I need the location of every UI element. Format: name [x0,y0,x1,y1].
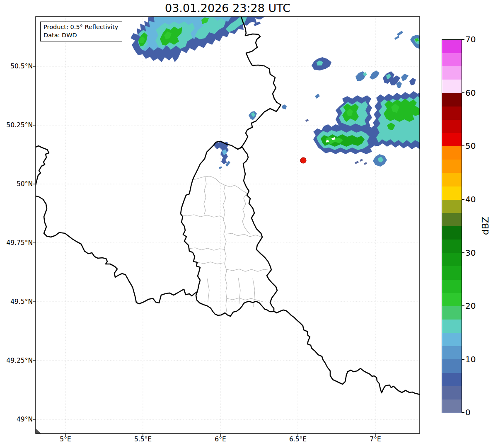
lat-tick-label: 50.5°N [0,62,33,70]
colorbar-tick [462,199,464,200]
lat-tick-label: 49.5°N [0,298,33,306]
colorbar-tick [462,252,464,253]
lat-tick-label: 50°N [0,180,33,188]
colorbar-tick [462,359,464,360]
colorbar-tick-label: 70 [465,34,485,45]
data-source-line: Data: DWD [44,31,118,39]
lon-tick-label: 7°E [359,436,392,443]
colorbar-tick [462,92,464,93]
colorbar [442,39,462,413]
lat-tick-label: 49.25°N [0,356,33,365]
colorbar-tick-label: 60 [465,87,485,98]
colorbar-tick-label: 10 [465,354,485,365]
lon-tick-label: 5.5°E [126,436,160,443]
radar-figure: 03.01.2026 23:28 UTC Product: 0.5° Refle… [0,0,498,448]
colorbar-tick [462,39,464,40]
colorbar-tick-label: 40 [465,194,485,205]
lon-tick-label: 6.5°E [281,436,314,443]
colorbar-tick [462,145,464,146]
colorbar-tick-label: 0 [465,407,485,418]
lat-tick-label: 49°N [0,415,33,424]
colorbar-unit-label: dBZ [480,211,491,241]
lon-tick-label: 6°E [204,436,237,443]
colorbar-tick [462,412,464,413]
radar-echoes [131,17,420,169]
colorbar-tick-label: 20 [465,300,485,311]
info-box: Product: 0.5° Reflectivity Data: DWD [40,22,122,41]
colorbar-tick-label: 50 [465,140,485,151]
lat-tick-label: 50.25°N [0,121,33,129]
colorbar-tick [462,305,464,306]
radar-map [0,0,498,448]
product-line: Product: 0.5° Reflectivity [44,23,118,31]
location-marker [300,157,306,163]
lat-tick-label: 49.75°N [0,239,33,247]
region-borders [181,176,270,312]
lon-tick-label: 5°E [49,436,82,443]
colorbar-tick-label: 30 [465,247,485,258]
